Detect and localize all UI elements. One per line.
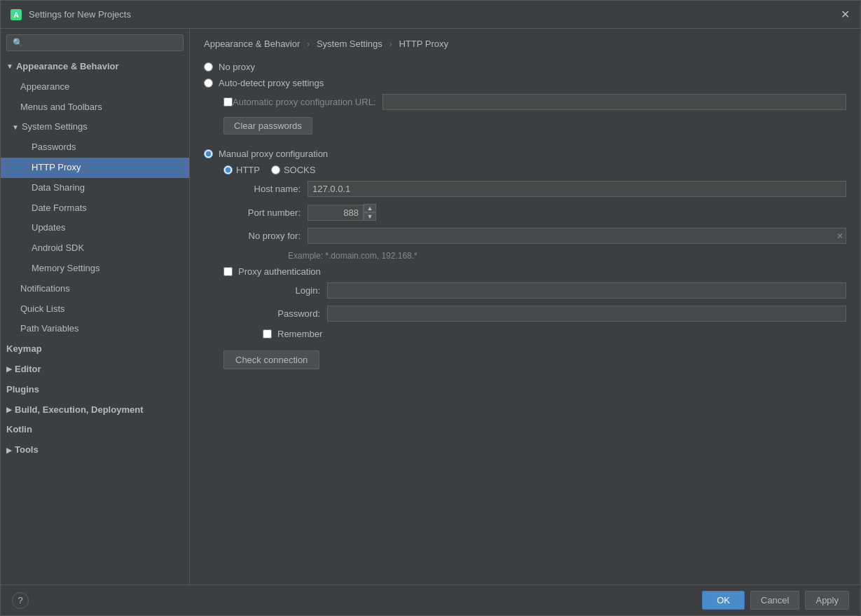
remember-checkbox[interactable] (263, 329, 272, 338)
check-connection-button[interactable]: Check connection (223, 350, 319, 369)
login-label: Login: (243, 285, 320, 296)
socks-radio[interactable] (271, 165, 280, 174)
http-label[interactable]: HTTP (236, 165, 260, 175)
host-name-label: Host name: (223, 184, 301, 194)
port-decrement-button[interactable]: ▼ (364, 212, 376, 221)
sidebar-item-appearance[interactable]: Appearance (1, 77, 189, 97)
sidebar-item-label: Data Sharing (32, 181, 85, 196)
no-proxy-label[interactable]: No proxy (219, 62, 255, 72)
auto-config-url-input[interactable] (383, 94, 846, 110)
sidebar-item-label: Memory Settings (32, 261, 100, 276)
clear-passwords-button[interactable]: Clear passwords (223, 117, 312, 135)
manual-proxy-label[interactable]: Manual proxy configuration (219, 149, 328, 159)
port-spinner: ▲ ▼ (364, 204, 376, 221)
sidebar-item-kotlin[interactable]: Kotlin (1, 420, 189, 440)
remember-label[interactable]: Remember (277, 329, 322, 339)
auto-detect-radio[interactable] (204, 78, 213, 88)
login-input[interactable] (327, 282, 846, 299)
close-button[interactable]: ✕ (838, 8, 852, 21)
bottom-left: ? (12, 592, 29, 609)
expand-arrow: ▶ (6, 404, 12, 416)
proxy-type-row: HTTP SOCKS (204, 165, 846, 175)
sidebar-item-label: Notifications (20, 282, 70, 296)
sidebar-item-tools[interactable]: ▶ Tools (1, 440, 189, 460)
main-panel: Appearance & Behavior › System Settings … (190, 29, 860, 584)
cancel-button[interactable]: Cancel (750, 591, 799, 610)
svg-text:A: A (13, 11, 18, 19)
sidebar-item-notifications[interactable]: Notifications (1, 279, 189, 299)
sidebar-item-passwords[interactable]: Passwords (1, 137, 189, 158)
example-text: Example: *.domain.com, 192.168.* (288, 251, 846, 261)
breadcrumb-sep1: › (307, 39, 310, 49)
port-number-row: Port number: ▲ ▼ (223, 204, 846, 221)
no-proxy-row: No proxy (204, 62, 846, 72)
proxy-auth-label[interactable]: Proxy authentication (238, 266, 321, 277)
expand-arrow: ▼ (6, 61, 13, 72)
sidebar-item-updates[interactable]: Updates (1, 218, 189, 238)
manual-proxy-row: Manual proxy configuration (204, 149, 846, 159)
no-proxy-for-input[interactable] (308, 228, 846, 244)
sidebar-item-label: Editor (15, 362, 41, 377)
no-proxy-radio[interactable] (204, 62, 213, 71)
password-row: Password: (223, 306, 846, 322)
port-number-label: Port number: (223, 207, 301, 218)
sidebar-item-label: Build, Execution, Deployment (15, 403, 143, 418)
search-input[interactable] (6, 34, 184, 51)
sidebar-item-label: HTTP Proxy (32, 160, 81, 175)
sidebar-item-appearance-behavior[interactable]: ▼ Appearance & Behavior (1, 57, 189, 77)
auto-config-row: Automatic proxy configuration URL: (204, 94, 846, 110)
expand-arrow: ▶ (6, 364, 12, 375)
sidebar-item-memory-settings[interactable]: Memory Settings (1, 259, 189, 279)
sidebar-item-date-formats[interactable]: Date Formats (1, 198, 189, 219)
sidebar-item-keymap[interactable]: Keymap (1, 339, 189, 360)
sidebar-item-label: Passwords (32, 140, 76, 155)
auto-config-label[interactable]: Automatic proxy configuration URL: (233, 97, 376, 107)
port-increment-button[interactable]: ▲ (364, 204, 376, 212)
app-icon: A (9, 8, 23, 22)
breadcrumb-part3: HTTP Proxy (399, 39, 448, 49)
sidebar-item-build-execution[interactable]: ▶ Build, Execution, Deployment (1, 400, 189, 420)
sidebar-item-system-settings[interactable]: ▼ System Settings (1, 117, 189, 137)
help-button[interactable]: ? (12, 592, 29, 609)
http-radio[interactable] (223, 165, 233, 174)
clear-noproxy-icon[interactable]: ✕ (836, 231, 843, 241)
sidebar-item-label: Kotlin (6, 423, 32, 437)
sidebar-item-quick-lists[interactable]: Quick Lists (1, 299, 189, 320)
panel-body: No proxy Auto-detect proxy settings Auto… (190, 56, 860, 584)
settings-window: A Settings for New Projects ✕ ▼ Appearan… (0, 0, 861, 616)
breadcrumb: Appearance & Behavior › System Settings … (190, 29, 860, 56)
check-connection-section: Check connection (204, 350, 846, 369)
clear-passwords-section: Clear passwords (204, 117, 846, 142)
breadcrumb-sep2: › (389, 39, 392, 49)
sidebar-item-label: Tools (15, 443, 39, 458)
expand-arrow: ▼ (12, 122, 19, 133)
ok-button[interactable]: OK (702, 591, 745, 610)
socks-label[interactable]: SOCKS (284, 165, 316, 175)
port-group: ▲ ▼ (308, 204, 376, 221)
expand-arrow: ▶ (6, 445, 12, 456)
manual-proxy-radio[interactable] (204, 149, 213, 158)
sidebar: ▼ Appearance & Behavior Appearance Menus… (1, 29, 190, 584)
sidebar-item-path-variables[interactable]: Path Variables (1, 319, 189, 339)
sidebar-item-label: Keymap (6, 342, 42, 357)
proxy-auth-checkbox[interactable] (223, 267, 233, 276)
host-name-input[interactable] (308, 181, 846, 197)
auto-detect-label[interactable]: Auto-detect proxy settings (219, 78, 324, 88)
sidebar-item-android-sdk[interactable]: Android SDK (1, 238, 189, 259)
apply-button[interactable]: Apply (805, 591, 849, 610)
sidebar-item-editor[interactable]: ▶ Editor (1, 360, 189, 380)
sidebar-item-label: System Settings (22, 120, 88, 135)
auto-config-checkbox[interactable] (223, 97, 233, 107)
login-row: Login: (223, 282, 846, 299)
noproxy-wrapper: ✕ (308, 228, 846, 244)
sidebar-item-label: Menus and Toolbars (20, 100, 102, 115)
password-input[interactable] (327, 306, 846, 322)
sidebar-item-menus-toolbars[interactable]: Menus and Toolbars (1, 97, 189, 118)
sidebar-item-http-proxy[interactable]: HTTP Proxy (1, 158, 189, 178)
port-number-input[interactable] (308, 205, 364, 221)
sidebar-item-plugins[interactable]: Plugins (1, 380, 189, 400)
bottom-bar: ? OK Cancel Apply (1, 584, 860, 615)
no-proxy-for-label: No proxy for: (223, 231, 301, 241)
sidebar-item-label: Path Variables (20, 322, 79, 336)
sidebar-item-data-sharing[interactable]: Data Sharing (1, 178, 189, 198)
